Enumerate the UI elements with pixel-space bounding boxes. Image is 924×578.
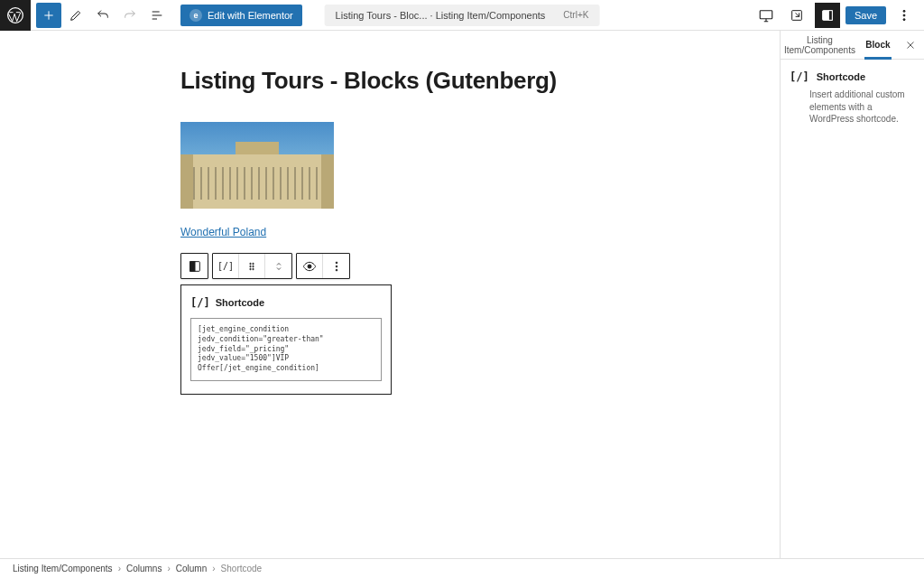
svg-rect-2 xyxy=(792,10,802,20)
svg-rect-1 xyxy=(760,10,772,18)
toolbar-left-group: e Edit with Elementor xyxy=(31,3,302,28)
svg-point-14 xyxy=(250,268,252,270)
breadcrumb-footer: Listing Item/Components › Columns › Colu… xyxy=(0,558,924,578)
svg-point-12 xyxy=(250,266,252,267)
block-toolbar xyxy=(180,253,208,279)
undo-button[interactable] xyxy=(90,3,116,28)
sidebar-body: [/] Shortcode Insert additional custom e… xyxy=(781,60,924,136)
move-up-down-button[interactable] xyxy=(265,254,291,278)
breadcrumb-item[interactable]: Column xyxy=(176,564,207,573)
chevron-right-icon: › xyxy=(118,564,121,573)
page-title[interactable]: Listing Tours - Blocks (Gutenberg) xyxy=(180,67,780,95)
options-menu-button[interactable] xyxy=(892,3,917,28)
sidebar-close-button[interactable] xyxy=(897,31,924,59)
elementor-icon: e xyxy=(189,9,202,22)
visibility-button[interactable] xyxy=(297,254,323,278)
breadcrumb-item[interactable]: Listing Item/Components xyxy=(13,564,113,573)
sidebar-block-name: Shortcode xyxy=(817,71,865,82)
svg-point-6 xyxy=(903,14,905,16)
edit-with-elementor-button[interactable]: e Edit with Elementor xyxy=(180,5,302,26)
breadcrumb-item[interactable]: Columns xyxy=(126,564,162,573)
document-pill-title: Listing Tours - Bloc... · Listing Item/C… xyxy=(336,10,546,21)
shortcode-icon: [/] xyxy=(190,296,210,309)
sidebar-tab-block[interactable]: Block xyxy=(859,31,897,59)
redo-button[interactable] xyxy=(117,3,143,28)
shortcode-icon: [/] xyxy=(217,261,234,271)
elementor-label: Edit with Elementor xyxy=(208,10,293,21)
shortcode-block[interactable]: [/] Shortcode [jet_engine_condition jedv… xyxy=(180,284,392,395)
save-button[interactable]: Save xyxy=(845,6,886,24)
block-options-button[interactable] xyxy=(323,254,349,278)
shortcode-icon: [/] xyxy=(790,70,809,83)
shortcode-textarea[interactable]: [jet_engine_condition jedv_condition="gr… xyxy=(190,318,382,381)
svg-point-18 xyxy=(336,266,337,267)
sidebar-tab-document[interactable]: Listing Item/Components xyxy=(781,31,859,59)
add-block-button[interactable] xyxy=(36,3,61,28)
svg-point-15 xyxy=(253,268,254,270)
svg-rect-9 xyxy=(189,261,194,271)
svg-point-19 xyxy=(336,269,337,271)
editor-canvas[interactable]: Listing Tours - Blocks (Gutenberg) Wonde… xyxy=(0,31,780,558)
breadcrumb-item[interactable]: Shortcode xyxy=(221,564,263,573)
workspace: Listing Tours - Blocks (Gutenberg) Wonde… xyxy=(0,31,924,558)
preview-button[interactable] xyxy=(784,3,809,28)
svg-point-10 xyxy=(250,263,252,265)
svg-point-16 xyxy=(308,265,311,268)
drag-handle[interactable] xyxy=(239,254,265,278)
sidebar-block-title-row: [/] Shortcode xyxy=(790,70,915,83)
document-overview-button[interactable] xyxy=(144,3,170,28)
sidebar-block-description: Insert additional custom elements with a… xyxy=(790,89,915,126)
listing-image[interactable] xyxy=(180,122,334,209)
chevron-right-icon: › xyxy=(167,564,170,573)
save-label: Save xyxy=(855,10,877,21)
shortcode-block-header: [/] Shortcode xyxy=(190,296,382,309)
svg-point-17 xyxy=(336,262,337,264)
settings-sidebar-toggle[interactable] xyxy=(815,3,840,28)
wp-logo[interactable] xyxy=(0,0,31,31)
top-toolbar: e Edit with Elementor Listing Tours - Bl… xyxy=(0,0,924,31)
parent-block-button[interactable] xyxy=(181,254,208,278)
block-toolbar-extra xyxy=(296,253,350,279)
document-pill-shortcut: Ctrl+K xyxy=(563,10,588,20)
svg-point-13 xyxy=(253,266,254,267)
sidebar-tabs: Listing Item/Components Block xyxy=(781,31,924,60)
svg-point-5 xyxy=(903,10,905,12)
settings-sidebar: Listing Item/Components Block [/] Shortc… xyxy=(780,31,924,558)
shortcode-block-label: Shortcode xyxy=(216,297,264,308)
view-desktop-button[interactable] xyxy=(753,3,779,28)
svg-rect-4 xyxy=(828,10,832,20)
block-type-button[interactable]: [/] xyxy=(213,254,239,278)
toolbar-right-group: Save xyxy=(753,3,924,28)
listing-title-link[interactable]: Wonderful Poland xyxy=(180,226,266,238)
edit-tool-button[interactable] xyxy=(63,3,88,28)
svg-point-7 xyxy=(903,18,905,20)
svg-point-11 xyxy=(253,263,254,265)
block-toolbar-main: [/] xyxy=(212,253,292,279)
chevron-right-icon: › xyxy=(212,564,215,573)
document-command-pill[interactable]: Listing Tours - Bloc... · Listing Item/C… xyxy=(325,5,600,26)
